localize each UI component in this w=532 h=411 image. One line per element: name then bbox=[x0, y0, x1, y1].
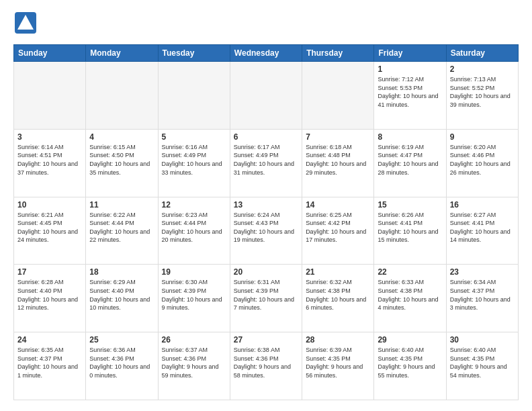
calendar-cell: 2Sunrise: 7:13 AM Sunset: 5:52 PM Daylig… bbox=[446, 62, 518, 130]
calendar-cell: 24Sunrise: 6:35 AM Sunset: 4:37 PM Dayli… bbox=[14, 332, 86, 400]
day-number: 18 bbox=[89, 267, 154, 277]
day-info: Sunrise: 6:15 AM Sunset: 4:50 PM Dayligh… bbox=[89, 143, 154, 177]
calendar-cell: 15Sunrise: 6:26 AM Sunset: 4:41 PM Dayli… bbox=[374, 197, 446, 265]
day-number: 19 bbox=[162, 267, 226, 277]
calendar-cell: 3Sunrise: 6:14 AM Sunset: 4:51 PM Daylig… bbox=[14, 129, 86, 197]
day-number: 12 bbox=[162, 200, 226, 210]
calendar-cell: 9Sunrise: 6:20 AM Sunset: 4:46 PM Daylig… bbox=[446, 129, 518, 197]
day-info: Sunrise: 6:14 AM Sunset: 4:51 PM Dayligh… bbox=[17, 143, 82, 177]
day-info: Sunrise: 6:30 AM Sunset: 4:39 PM Dayligh… bbox=[162, 278, 226, 312]
weekday-header-friday: Friday bbox=[374, 45, 446, 62]
day-number: 3 bbox=[17, 132, 82, 142]
calendar-cell: 26Sunrise: 6:37 AM Sunset: 4:36 PM Dayli… bbox=[158, 332, 230, 400]
calendar-cell: 18Sunrise: 6:29 AM Sunset: 4:40 PM Dayli… bbox=[86, 265, 158, 332]
day-number: 1 bbox=[378, 64, 442, 74]
day-info: Sunrise: 6:17 AM Sunset: 4:49 PM Dayligh… bbox=[234, 143, 298, 177]
calendar-cell: 21Sunrise: 6:32 AM Sunset: 4:38 PM Dayli… bbox=[302, 265, 374, 332]
day-info: Sunrise: 6:40 AM Sunset: 4:35 PM Dayligh… bbox=[378, 346, 442, 379]
calendar-cell: 20Sunrise: 6:31 AM Sunset: 4:39 PM Dayli… bbox=[230, 265, 302, 332]
day-info: Sunrise: 6:21 AM Sunset: 4:45 PM Dayligh… bbox=[17, 211, 82, 244]
calendar-cell: 7Sunrise: 6:18 AM Sunset: 4:48 PM Daylig… bbox=[302, 129, 374, 197]
calendar-cell: 23Sunrise: 6:34 AM Sunset: 4:37 PM Dayli… bbox=[446, 265, 518, 332]
calendar-cell: 14Sunrise: 6:25 AM Sunset: 4:42 PM Dayli… bbox=[302, 197, 374, 265]
day-number: 29 bbox=[378, 335, 442, 345]
day-info: Sunrise: 6:22 AM Sunset: 4:44 PM Dayligh… bbox=[89, 211, 154, 244]
calendar-cell: 19Sunrise: 6:30 AM Sunset: 4:39 PM Dayli… bbox=[158, 265, 230, 332]
day-info: Sunrise: 7:13 AM Sunset: 5:52 PM Dayligh… bbox=[450, 75, 515, 109]
day-number: 23 bbox=[450, 267, 515, 277]
calendar-cell: 25Sunrise: 6:36 AM Sunset: 4:36 PM Dayli… bbox=[86, 332, 158, 400]
calendar-cell: 16Sunrise: 6:27 AM Sunset: 4:41 PM Dayli… bbox=[446, 197, 518, 265]
day-number: 21 bbox=[306, 267, 370, 277]
week-row-0: 1Sunrise: 7:12 AM Sunset: 5:53 PM Daylig… bbox=[14, 62, 519, 130]
week-row-3: 17Sunrise: 6:28 AM Sunset: 4:40 PM Dayli… bbox=[14, 265, 519, 332]
calendar-cell: 1Sunrise: 7:12 AM Sunset: 5:53 PM Daylig… bbox=[374, 62, 446, 130]
day-info: Sunrise: 6:31 AM Sunset: 4:39 PM Dayligh… bbox=[234, 278, 298, 312]
day-info: Sunrise: 6:37 AM Sunset: 4:36 PM Dayligh… bbox=[162, 346, 226, 379]
calendar-cell: 13Sunrise: 6:24 AM Sunset: 4:43 PM Dayli… bbox=[230, 197, 302, 265]
calendar-cell: 11Sunrise: 6:22 AM Sunset: 4:44 PM Dayli… bbox=[86, 197, 158, 265]
day-info: Sunrise: 6:36 AM Sunset: 4:36 PM Dayligh… bbox=[89, 346, 154, 379]
logo bbox=[13, 11, 40, 38]
weekday-header-wednesday: Wednesday bbox=[230, 45, 302, 62]
day-info: Sunrise: 7:12 AM Sunset: 5:53 PM Dayligh… bbox=[378, 75, 442, 109]
day-number: 14 bbox=[306, 200, 370, 210]
calendar-cell: 6Sunrise: 6:17 AM Sunset: 4:49 PM Daylig… bbox=[230, 129, 302, 197]
weekday-header-sunday: Sunday bbox=[14, 45, 86, 62]
day-info: Sunrise: 6:19 AM Sunset: 4:47 PM Dayligh… bbox=[378, 143, 442, 177]
calendar-cell: 8Sunrise: 6:19 AM Sunset: 4:47 PM Daylig… bbox=[374, 129, 446, 197]
calendar-cell bbox=[230, 62, 302, 130]
weekday-header-thursday: Thursday bbox=[302, 45, 374, 62]
day-info: Sunrise: 6:26 AM Sunset: 4:41 PM Dayligh… bbox=[378, 211, 442, 244]
day-info: Sunrise: 6:29 AM Sunset: 4:40 PM Dayligh… bbox=[89, 278, 154, 312]
calendar-cell: 29Sunrise: 6:40 AM Sunset: 4:35 PM Dayli… bbox=[374, 332, 446, 400]
header bbox=[13, 11, 519, 38]
day-number: 30 bbox=[450, 335, 515, 345]
day-info: Sunrise: 6:27 AM Sunset: 4:41 PM Dayligh… bbox=[450, 211, 515, 244]
day-info: Sunrise: 6:35 AM Sunset: 4:37 PM Dayligh… bbox=[17, 346, 82, 379]
day-number: 27 bbox=[234, 335, 298, 345]
calendar-cell: 30Sunrise: 6:40 AM Sunset: 4:35 PM Dayli… bbox=[446, 332, 518, 400]
weekday-header-row: SundayMondayTuesdayWednesdayThursdayFrid… bbox=[14, 45, 519, 62]
weekday-header-saturday: Saturday bbox=[446, 45, 518, 62]
day-number: 15 bbox=[378, 200, 442, 210]
day-number: 8 bbox=[378, 132, 442, 142]
page: SundayMondayTuesdayWednesdayThursdayFrid… bbox=[0, 0, 532, 411]
day-number: 13 bbox=[234, 200, 298, 210]
day-number: 20 bbox=[234, 267, 298, 277]
day-number: 2 bbox=[450, 64, 515, 74]
calendar-cell: 27Sunrise: 6:38 AM Sunset: 4:36 PM Dayli… bbox=[230, 332, 302, 400]
calendar-cell bbox=[86, 62, 158, 130]
day-info: Sunrise: 6:38 AM Sunset: 4:36 PM Dayligh… bbox=[234, 346, 298, 379]
day-info: Sunrise: 6:33 AM Sunset: 4:38 PM Dayligh… bbox=[378, 278, 442, 312]
calendar-cell: 4Sunrise: 6:15 AM Sunset: 4:50 PM Daylig… bbox=[86, 129, 158, 197]
calendar-cell bbox=[14, 62, 86, 130]
calendar-cell: 5Sunrise: 6:16 AM Sunset: 4:49 PM Daylig… bbox=[158, 129, 230, 197]
day-info: Sunrise: 6:16 AM Sunset: 4:49 PM Dayligh… bbox=[162, 143, 226, 177]
weekday-header-tuesday: Tuesday bbox=[158, 45, 230, 62]
week-row-4: 24Sunrise: 6:35 AM Sunset: 4:37 PM Dayli… bbox=[14, 332, 519, 400]
day-number: 24 bbox=[17, 335, 82, 345]
calendar-cell: 10Sunrise: 6:21 AM Sunset: 4:45 PM Dayli… bbox=[14, 197, 86, 265]
day-info: Sunrise: 6:25 AM Sunset: 4:42 PM Dayligh… bbox=[306, 211, 370, 244]
day-info: Sunrise: 6:23 AM Sunset: 4:44 PM Dayligh… bbox=[162, 211, 226, 244]
day-info: Sunrise: 6:20 AM Sunset: 4:46 PM Dayligh… bbox=[450, 143, 515, 177]
day-info: Sunrise: 6:28 AM Sunset: 4:40 PM Dayligh… bbox=[17, 278, 82, 312]
day-number: 11 bbox=[89, 200, 154, 210]
week-row-2: 10Sunrise: 6:21 AM Sunset: 4:45 PM Dayli… bbox=[14, 197, 519, 265]
calendar-cell: 28Sunrise: 6:39 AM Sunset: 4:35 PM Dayli… bbox=[302, 332, 374, 400]
week-row-1: 3Sunrise: 6:14 AM Sunset: 4:51 PM Daylig… bbox=[14, 129, 519, 197]
day-number: 26 bbox=[162, 335, 226, 345]
logo-icon bbox=[13, 11, 38, 38]
weekday-header-monday: Monday bbox=[86, 45, 158, 62]
day-number: 28 bbox=[306, 335, 370, 345]
day-number: 9 bbox=[450, 132, 515, 142]
day-info: Sunrise: 6:40 AM Sunset: 4:35 PM Dayligh… bbox=[450, 346, 515, 379]
day-info: Sunrise: 6:32 AM Sunset: 4:38 PM Dayligh… bbox=[306, 278, 370, 312]
day-info: Sunrise: 6:24 AM Sunset: 4:43 PM Dayligh… bbox=[234, 211, 298, 244]
day-number: 17 bbox=[17, 267, 82, 277]
day-number: 4 bbox=[89, 132, 154, 142]
day-number: 10 bbox=[17, 200, 82, 210]
calendar-cell: 17Sunrise: 6:28 AM Sunset: 4:40 PM Dayli… bbox=[14, 265, 86, 332]
calendar-cell bbox=[302, 62, 374, 130]
